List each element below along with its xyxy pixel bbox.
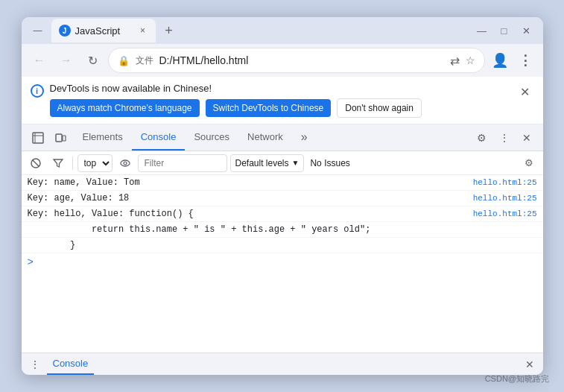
default-levels-selector[interactable]: Default levels ▼: [230, 154, 305, 172]
active-tab[interactable]: J JavaScript ×: [51, 19, 156, 42]
devtools-notification: i DevTools is now available in Chinese! …: [22, 77, 543, 124]
svg-line-6: [32, 159, 39, 166]
issues-count: No Issues: [310, 158, 349, 168]
devtools-close-icon[interactable]: ✕: [516, 127, 537, 148]
tab-more[interactable]: »: [292, 124, 317, 151]
console-row-1: Key: age, Value: 18 hello.html:25: [22, 191, 543, 206]
security-icon: 🔒: [118, 55, 130, 66]
forward-button[interactable]: →: [54, 48, 78, 72]
svg-point-7: [121, 160, 130, 166]
watermark: CSDN@知晓路完: [485, 373, 549, 385]
filter-input[interactable]: [138, 154, 227, 172]
close-button[interactable]: ✕: [516, 20, 537, 41]
svg-point-8: [124, 162, 127, 165]
notification-content: DevTools is now available in Chinese! Al…: [50, 83, 510, 118]
menu-button[interactable]: ⋮: [513, 48, 537, 72]
tab-close-button[interactable]: ×: [136, 24, 150, 37]
console-content: Key: name, Value: Tom hello.html:25 Key:…: [22, 175, 543, 353]
tab-network[interactable]: Network: [238, 124, 292, 151]
tab-console[interactable]: Console: [132, 124, 186, 151]
minimize-button[interactable]: —: [472, 20, 492, 41]
notification-info-icon: i: [31, 84, 44, 98]
console-toolbar: top Default levels ▼ No Issues ⚙: [22, 151, 543, 175]
console-row-4: }: [22, 238, 543, 253]
filter-icon[interactable]: [48, 154, 68, 173]
console-text-0: Key: name, Value: Tom: [28, 177, 467, 188]
back-button[interactable]: ←: [28, 48, 51, 72]
tab-title: JavaScript: [75, 25, 132, 37]
tab-bar: — J JavaScript × +: [28, 19, 466, 42]
console-row-2: Key: hello, Value: function() { hello.ht…: [22, 206, 543, 222]
bottom-menu-icon[interactable]: ⋮: [28, 357, 42, 372]
translate-icon[interactable]: ⇄: [450, 54, 460, 68]
console-link-1[interactable]: hello.html:25: [473, 194, 537, 203]
clear-console-button[interactable]: [26, 154, 45, 173]
svg-rect-0: [33, 133, 43, 143]
devtools-right-icons: ⚙ ⋮ ✕: [469, 127, 540, 148]
console-caret[interactable]: >: [22, 253, 543, 271]
profile-button[interactable]: 👤: [488, 48, 512, 72]
console-settings-icon[interactable]: ⚙: [519, 154, 539, 173]
bottom-console-tab[interactable]: Console: [47, 353, 95, 375]
dont-show-button[interactable]: Don't show again: [337, 98, 422, 118]
tab-favicon: J: [59, 25, 71, 37]
title-bar: — J JavaScript × + — □ ✕: [22, 17, 543, 44]
devtools-settings-icon[interactable]: ⚙: [472, 127, 492, 148]
notification-text: DevTools is now available in Chinese!: [50, 83, 510, 94]
console-text-3: return this.name + " is " + this.age + "…: [28, 224, 531, 235]
switch-devtools-button[interactable]: Switch DevTools to Chinese: [206, 99, 332, 117]
tab-sources[interactable]: Sources: [185, 124, 238, 151]
console-row-0: Key: name, Value: Tom hello.html:25: [22, 175, 543, 191]
tab-elements[interactable]: Elements: [74, 124, 132, 151]
always-match-button[interactable]: Always match Chrome's language: [50, 99, 200, 117]
bookmark-icon[interactable]: ☆: [466, 54, 475, 66]
bottom-close-button[interactable]: ✕: [522, 357, 537, 372]
url-text: D:/HTML/hello.html: [159, 54, 444, 66]
console-link-0[interactable]: hello.html:25: [473, 178, 537, 187]
tab-list-chevron[interactable]: —: [28, 20, 48, 41]
eye-icon[interactable]: [115, 154, 135, 173]
maximize-button[interactable]: □: [494, 20, 515, 41]
context-selector[interactable]: top: [77, 154, 113, 172]
file-label: 文件: [136, 54, 153, 67]
devtools-left-icons: [25, 127, 74, 148]
console-text-4: }: [28, 240, 537, 250]
notification-buttons: Always match Chrome's language Switch De…: [50, 98, 510, 118]
navigation-bar: ← → ↻ 🔒 文件 D:/HTML/hello.html ⇄ ☆ 👤 ⋮: [22, 44, 543, 77]
toolbar-divider: [72, 157, 73, 170]
window-controls: — □ ✕: [472, 20, 537, 41]
devtools-tabs: Elements Console Sources Network » ⚙ ⋮ ✕: [22, 124, 543, 151]
devtools-tab-list: Elements Console Sources Network »: [74, 124, 469, 151]
address-bar[interactable]: 🔒 文件 D:/HTML/hello.html ⇄ ☆: [108, 48, 485, 73]
elements-cursor-icon[interactable]: [28, 127, 48, 148]
notification-close-button[interactable]: ✕: [516, 83, 534, 101]
console-text-2: Key: hello, Value: function() {: [28, 209, 467, 219]
device-mode-icon[interactable]: [50, 127, 71, 148]
nav-right-icons: 👤 ⋮: [488, 48, 537, 72]
reload-button[interactable]: ↻: [81, 48, 105, 72]
console-text-1: Key: age, Value: 18: [28, 193, 467, 203]
bottom-bar: ⋮ Console ✕: [22, 353, 543, 375]
devtools-more-icon[interactable]: ⋮: [494, 127, 515, 148]
console-row-3: return this.name + " is " + this.age + "…: [22, 222, 543, 238]
new-tab-button[interactable]: +: [159, 20, 180, 41]
svg-rect-3: [56, 134, 62, 142]
console-link-2[interactable]: hello.html:25: [473, 209, 537, 218]
svg-rect-4: [63, 136, 66, 141]
